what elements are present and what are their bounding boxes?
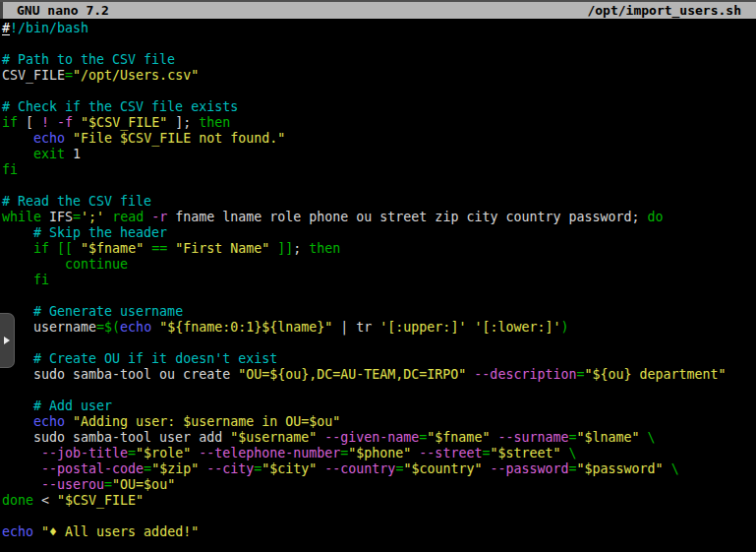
code-token: ! bbox=[41, 115, 49, 130]
code-line[interactable]: fi bbox=[2, 162, 756, 178]
code-token bbox=[73, 115, 81, 130]
code-line[interactable]: while IFS=';' read -r fname lname role p… bbox=[2, 210, 756, 225]
code-token bbox=[104, 210, 112, 224]
code-token: "$fname" bbox=[427, 430, 490, 445]
code-line[interactable] bbox=[2, 509, 756, 524]
code-token: "First Name" bbox=[175, 241, 269, 256]
code-token: fi bbox=[2, 162, 18, 177]
code-line[interactable]: done < "$CSV_FILE" bbox=[2, 493, 756, 509]
code-token: sudo samba-tool user add bbox=[2, 430, 230, 445]
code-line[interactable] bbox=[2, 84, 756, 99]
code-token bbox=[65, 414, 73, 429]
code-token: echo bbox=[33, 414, 65, 429]
code-token: echo bbox=[33, 131, 65, 146]
code-line[interactable] bbox=[2, 288, 756, 304]
code-token: "$lname" bbox=[576, 430, 639, 445]
code-token: 1 bbox=[65, 147, 81, 161]
code-token: = bbox=[96, 320, 104, 335]
code-token bbox=[2, 131, 33, 146]
code-line[interactable]: --userou="OU=$ou" bbox=[2, 477, 756, 493]
code-token bbox=[49, 115, 57, 130]
code-line[interactable]: # Read the CSV file bbox=[2, 194, 756, 210]
chevron-right-icon bbox=[4, 337, 10, 344]
code-token bbox=[2, 446, 41, 460]
code-line[interactable] bbox=[2, 178, 756, 194]
code-line[interactable]: if [ ! -f "$CSV_FILE" ]; then bbox=[2, 115, 756, 131]
code-token: "$zip" bbox=[151, 461, 199, 476]
code-token: "$city" bbox=[262, 461, 317, 476]
code-token: --telephone-number bbox=[199, 446, 340, 460]
code-line[interactable]: echo "File $CSV_FILE not found." bbox=[2, 131, 756, 147]
code-token bbox=[49, 241, 57, 256]
code-line[interactable]: # Generate username bbox=[2, 304, 756, 320]
code-token: CSV_FILE bbox=[2, 68, 65, 83]
code-line[interactable]: fi bbox=[2, 273, 756, 288]
code-area[interactable]: #!/bin/bash# Path to the CSV fileCSV_FIL… bbox=[0, 21, 756, 552]
code-token: username bbox=[2, 320, 96, 335]
code-token: = bbox=[65, 68, 73, 83]
code-token: "$role" bbox=[136, 446, 191, 460]
code-token: = bbox=[144, 461, 151, 476]
code-line[interactable]: # Add user bbox=[2, 399, 756, 414]
code-line[interactable]: # Create OU if it doesn't exist bbox=[2, 351, 756, 367]
code-token: "$country" bbox=[403, 461, 482, 476]
code-token: "$username" bbox=[230, 430, 317, 445]
code-line[interactable]: username=$(echo "${fname:0:1}${lname}" |… bbox=[2, 320, 756, 336]
code-line[interactable]: sudo samba-tool ou create "OU=${ou},DC=A… bbox=[2, 367, 756, 383]
code-token bbox=[2, 399, 33, 413]
code-line[interactable] bbox=[2, 336, 756, 351]
code-token: fname lname role phone ou street zip cit… bbox=[167, 210, 647, 224]
code-token: "${ou} department" bbox=[584, 367, 726, 382]
code-token bbox=[2, 414, 33, 429]
side-panel-handle[interactable] bbox=[0, 313, 15, 368]
code-line[interactable]: CSV_FILE="/opt/Users.csv" bbox=[2, 68, 756, 84]
code-line[interactable] bbox=[2, 36, 756, 52]
code-line[interactable]: echo "Adding user: $username in OU=$ou" bbox=[2, 414, 756, 430]
code-token: # Add user bbox=[33, 399, 112, 413]
code-token: read bbox=[112, 210, 144, 224]
code-line[interactable]: if [[ "$fname" == "First Name" ]]; then bbox=[2, 241, 756, 257]
code-token bbox=[199, 461, 206, 476]
cursor: # bbox=[2, 21, 10, 35]
code-line[interactable]: sudo samba-tool user add "$username" --g… bbox=[2, 430, 756, 446]
code-token bbox=[33, 524, 41, 539]
code-token: "$phone" bbox=[348, 446, 411, 460]
code-token: --description bbox=[474, 367, 576, 382]
nano-editor-window: GNU nano 7.2 /opt/import_users.sh #!/bin… bbox=[0, 0, 756, 552]
code-line[interactable]: --postal-code="$zip" --city="$city" --co… bbox=[2, 461, 756, 477]
code-line[interactable]: # Path to the CSV file bbox=[2, 52, 756, 68]
code-token: "OU=$ou" bbox=[112, 477, 175, 492]
code-token bbox=[144, 241, 151, 256]
code-token bbox=[664, 461, 671, 476]
code-token: = bbox=[128, 446, 136, 460]
code-line[interactable] bbox=[2, 383, 756, 399]
code-token bbox=[640, 430, 648, 445]
code-token: -r bbox=[151, 210, 167, 224]
code-line[interactable]: echo "♦ All users added!" bbox=[2, 524, 756, 540]
code-token: "${fname:0:1}${lname}" bbox=[159, 320, 332, 335]
code-line[interactable]: --job-title="$role" --telephone-number="… bbox=[2, 446, 756, 461]
code-token: --city bbox=[206, 461, 254, 476]
code-line[interactable]: # Skip the header bbox=[2, 225, 756, 241]
code-token: [[ bbox=[57, 241, 73, 256]
code-token: --job-title bbox=[41, 446, 128, 460]
code-token: # Read the CSV file bbox=[2, 194, 151, 209]
code-token: = bbox=[73, 210, 81, 224]
code-token bbox=[2, 257, 65, 272]
code-line[interactable]: # Check if the CSV file exists bbox=[2, 99, 756, 115]
code-token: "$fname" bbox=[81, 241, 144, 256]
code-token: ; bbox=[293, 241, 309, 256]
code-line[interactable]: exit 1 bbox=[2, 147, 756, 162]
code-token: "OU=${ou},DC=AU-TEAM,DC=IRPO" bbox=[238, 367, 466, 382]
code-token bbox=[2, 147, 33, 161]
code-token: then bbox=[199, 115, 230, 130]
code-token: "File $CSV_FILE not found." bbox=[73, 131, 285, 146]
code-token: IFS bbox=[41, 210, 73, 224]
code-token: "/opt/Users.csv" bbox=[73, 68, 199, 83]
code-token bbox=[2, 461, 41, 476]
code-token: while bbox=[2, 210, 41, 224]
code-token: --country bbox=[324, 461, 395, 476]
code-line[interactable]: continue bbox=[2, 257, 756, 273]
file-path: /opt/import_users.sh bbox=[587, 2, 741, 19]
code-line[interactable]: #!/bin/bash bbox=[2, 21, 756, 36]
